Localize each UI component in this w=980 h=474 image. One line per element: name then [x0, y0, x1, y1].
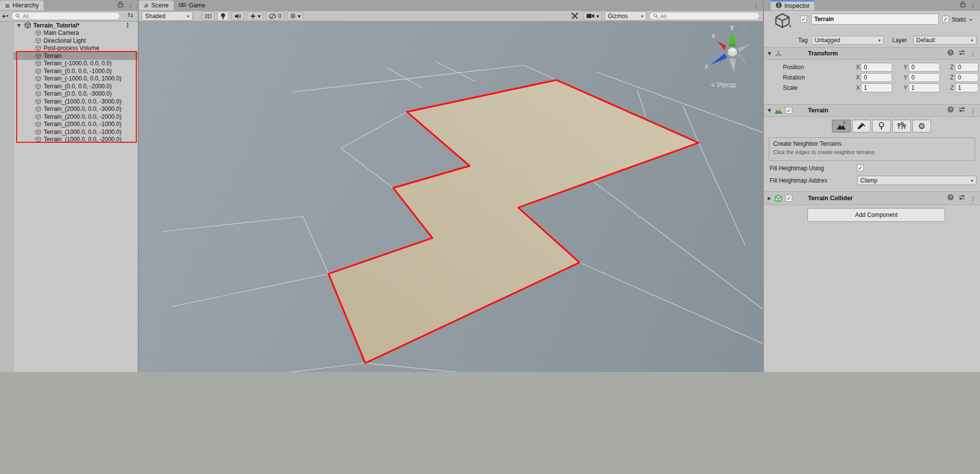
check-icon: ✓: [786, 107, 791, 114]
rotation-y-field[interactable]: 0: [908, 73, 940, 82]
terrain-icon: [775, 106, 782, 114]
kebab-icon[interactable]: ⋮: [970, 195, 976, 202]
foldout-open-icon[interactable]: ▼: [17, 23, 22, 28]
paint-details-tool-button[interactable]: [892, 120, 911, 132]
tag-value: Untagged: [815, 37, 840, 44]
tag-label: Tag: [798, 37, 807, 44]
gizmo-lock-icon[interactable]: [741, 26, 747, 34]
kebab-icon[interactable]: ⋮: [970, 51, 976, 57]
tab-game[interactable]: Game: [174, 0, 210, 10]
hierarchy-item[interactable]: Main Camera: [14, 29, 138, 37]
kebab-icon[interactable]: ⋮: [970, 2, 976, 8]
effects-dropdown-button[interactable]: ▾: [247, 11, 264, 21]
terrain-enabled-checkbox[interactable]: ✓: [785, 107, 792, 114]
fill-heightmap-address-dropdown[interactable]: Clamp ▾: [857, 176, 977, 185]
scale-row: Scale X 1 Y 1 Z 1: [764, 83, 980, 92]
presets-icon[interactable]: [958, 194, 965, 203]
scale-x-field[interactable]: 1: [861, 83, 892, 92]
fill-heightmap-using-checkbox[interactable]: ✓: [857, 164, 864, 171]
scale-z-field[interactable]: 1: [955, 83, 979, 92]
transform-icon: [775, 50, 782, 57]
position-x-value: 0: [864, 64, 867, 71]
help-icon[interactable]: ?: [947, 106, 954, 115]
perspective-toggle[interactable]: < Persp: [711, 80, 736, 89]
layer-dropdown[interactable]: Default ▾: [913, 36, 977, 45]
hamburger-icon: ≡: [5, 2, 10, 9]
rotation-x-field[interactable]: 0: [861, 73, 892, 82]
selected-terrain-polygon[interactable]: [328, 80, 699, 363]
scene-root-row[interactable]: ▼ Terrain_Tutorial* ⋮: [14, 22, 138, 29]
z-axis-cone: [711, 53, 727, 65]
hierarchy-search-input[interactable]: All: [11, 12, 120, 20]
lighting-toggle-button[interactable]: [217, 11, 229, 21]
presets-icon[interactable]: [958, 106, 965, 115]
camera-icon: [586, 13, 595, 19]
lock-icon[interactable]: [118, 0, 124, 9]
position-label: Position: [783, 64, 804, 71]
presets-icon[interactable]: [958, 49, 965, 58]
position-x-field[interactable]: 0: [861, 63, 892, 72]
camera-settings-button[interactable]: ▾: [583, 11, 602, 21]
add-component-button[interactable]: Add Component: [807, 208, 945, 222]
kebab-icon[interactable]: ⋮: [127, 2, 134, 8]
shading-mode-dropdown[interactable]: Shaded ▾: [142, 11, 193, 21]
info-icon: [776, 2, 782, 10]
mountain-plus-icon: [836, 122, 847, 131]
create-neighbor-terrains-tool-button[interactable]: [832, 120, 851, 132]
tab-inspector[interactable]: Inspector: [771, 0, 814, 10]
paint-terrain-tool-button[interactable]: [852, 120, 871, 132]
foldout-open-icon[interactable]: ▼: [768, 108, 771, 113]
check-icon: ✓: [858, 165, 862, 171]
kebab-icon[interactable]: ⋮: [125, 22, 131, 28]
tab-scene[interactable]: # Scene: [139, 0, 174, 10]
terrain-component-header[interactable]: ▼ ✓ Terrain ? ⋮: [764, 104, 980, 117]
kebab-icon[interactable]: ⋮: [970, 107, 976, 114]
gameobject-name-field[interactable]: Terrain: [811, 14, 939, 25]
editor-tools-button[interactable]: [569, 11, 581, 21]
hidden-objects-button[interactable]: 0: [266, 11, 284, 21]
2d-toggle-button[interactable]: 2D: [201, 11, 215, 21]
kebab-icon[interactable]: ⋮: [753, 2, 759, 8]
foldout-open-icon[interactable]: ▼: [768, 51, 771, 56]
help-icon[interactable]: ?: [947, 194, 954, 203]
static-checkbox[interactable]: ✓: [942, 16, 949, 23]
scene-search-text: All: [660, 13, 667, 19]
paint-trees-tool-button[interactable]: [872, 120, 891, 132]
tag-dropdown[interactable]: Untagged ▾: [811, 36, 884, 45]
lock-icon[interactable]: [960, 0, 966, 9]
y-axis-field-label: Y: [904, 84, 907, 91]
tab-hierarchy[interactable]: ≡ Hierarchy: [0, 0, 44, 10]
scale-y-field[interactable]: 1: [908, 83, 940, 92]
scene-search-input[interactable]: All: [649, 12, 760, 20]
tab-game-label: Game: [189, 2, 205, 9]
grid-visibility-button[interactable]: ▾: [287, 11, 303, 21]
collider-enabled-checkbox[interactable]: ✓: [785, 195, 792, 202]
x-axis-label: x: [712, 32, 715, 39]
transform-title: Transform: [808, 50, 838, 57]
position-z-field[interactable]: 0: [955, 63, 979, 72]
layer-value: Default: [916, 37, 935, 44]
plus-icon: +: [2, 12, 6, 20]
add-object-button[interactable]: + ▾: [2, 12, 8, 20]
chevron-down-icon[interactable]: ▾: [970, 17, 972, 22]
chevron-down-icon[interactable]: ▾: [789, 24, 791, 28]
position-y-field[interactable]: 0: [908, 63, 940, 72]
gamepad-icon: [178, 2, 186, 9]
scene-orientation-gizmo[interactable]: y x z: [700, 23, 763, 81]
transform-header[interactable]: ▼ Transform ? ⋮: [764, 47, 980, 60]
rotation-x-value: 0: [864, 74, 867, 81]
gizmos-dropdown[interactable]: Gizmos ▾: [604, 11, 647, 21]
terrain-settings-tool-button[interactable]: ⚙: [912, 120, 931, 132]
z-axis-field-label: Z: [950, 84, 954, 91]
terrain-collider-header[interactable]: ▶ ✓ Terrain Collider ? ⋮: [764, 191, 980, 205]
rotation-z-field[interactable]: 0: [955, 73, 979, 82]
audio-toggle-button[interactable]: [231, 11, 244, 21]
active-checkbox[interactable]: ✓: [800, 16, 807, 23]
hierarchy-tabstrip: ≡ Hierarchy ⋮: [0, 0, 138, 11]
hierarchy-item[interactable]: Directional Light: [14, 37, 138, 45]
scene-viewport[interactable]: y x z < Persp: [139, 22, 763, 372]
x-axis-field-label: X: [856, 74, 860, 81]
sort-icon[interactable]: [127, 12, 134, 21]
help-icon[interactable]: ?: [947, 49, 954, 58]
foldout-closed-icon[interactable]: ▶: [768, 196, 771, 201]
